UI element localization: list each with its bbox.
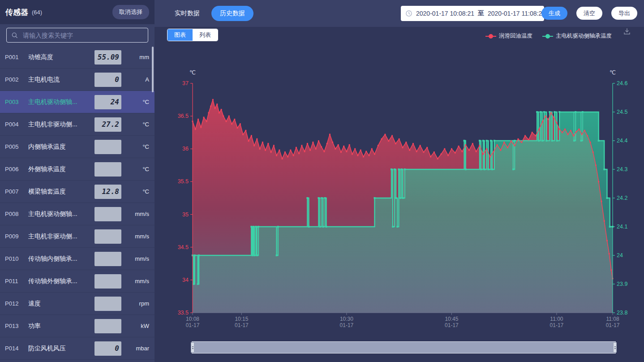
tab-realtime-data[interactable]: 实时数据 [175,6,200,21]
sensor-value-display [94,274,121,289]
sensor-value-display [94,229,121,244]
sensor-name: 外侧轴承温度 [28,165,94,173]
sensor-row[interactable]: P010传动轴内侧轴承...mm/s [0,248,155,270]
sensor-value-display [94,162,121,177]
sensor-value-display: 0 [94,73,121,87]
svg-text:24.4: 24.4 [617,138,627,144]
sensor-unit: mm/s [121,255,155,262]
sensor-unit: °C [121,188,155,195]
sensor-name: 防尘风机风压 [28,345,94,353]
sensor-row[interactable]: P012速度rpm [0,293,155,315]
sensor-value-display [94,207,121,221]
sensor-row[interactable]: P005内侧轴承温度°C [0,136,155,158]
temperature-trend-chart[interactable]: ℃℃3736.53635.53534.53433.524.624.524.424… [155,45,644,340]
cancel-selection-button[interactable]: 取消选择 [112,5,149,19]
sensor-name: 主电机驱动侧轴... [28,210,94,218]
sensor-id: P006 [5,166,28,172]
main-panel: 实时数据历史数据 2020-01-17 10:08:21 至 2020-01-1… [155,0,644,362]
sensor-row[interactable]: P002主电机电流0A [0,69,155,91]
sensor-unit: °C [121,166,155,172]
sensor-id: P013 [5,323,28,329]
search-input[interactable] [22,31,140,39]
sensor-id: P005 [5,143,28,150]
svg-text:℃: ℃ [610,69,616,76]
sensor-row[interactable]: P014防尘风机风压0mbar [0,337,155,360]
svg-text:33.5: 33.5 [178,310,189,316]
sensor-row[interactable]: P001动锥高度55.09mm [0,46,155,69]
sensor-count: (64) [32,9,112,16]
export-button[interactable]: 导出 [611,7,637,20]
sensor-name: 横梁轴套温度 [28,188,94,196]
tab-list-view[interactable]: 列表 [193,29,218,41]
sensor-id: P004 [5,121,28,128]
tab-history-data[interactable]: 历史数据 [211,6,253,21]
date-end: 2020-01-17 11:08:21 [488,10,545,17]
sensor-unit: mm/s [121,278,155,284]
sensor-id: P007 [5,188,28,195]
sensor-id: P009 [5,233,28,240]
sensor-value-display: 0 [94,341,121,356]
date-separator: 至 [478,9,484,17]
sensor-id: P011 [5,278,28,284]
legend-label: 主电机驱动侧轴承温度 [556,32,612,40]
sidebar-scrollbar[interactable] [152,47,154,92]
sensor-unit: kW [121,323,155,329]
legend-item[interactable]: 主电机驱动侧轴承温度 [542,32,612,40]
svg-text:23.8: 23.8 [617,310,627,316]
sensor-id: P001 [5,54,28,60]
clear-button[interactable]: 清空 [576,7,602,20]
legend-item[interactable]: 润滑回油温度 [485,32,532,40]
svg-text:24.1: 24.1 [617,224,627,230]
sensor-list: P001动锥高度55.09mmP002主电机电流0AP003主电机驱动侧轴...… [0,46,155,362]
svg-text:34.5: 34.5 [178,244,189,250]
sensor-unit: °C [121,143,155,150]
legend-marker [542,34,553,39]
generate-button[interactable]: 生成 [541,7,567,20]
datazoom-handle-right[interactable] [613,342,617,353]
sensor-id: P014 [5,345,28,352]
datazoom-selected-range[interactable] [192,341,616,353]
tab-chart-view[interactable]: 图表 [167,29,193,41]
svg-text:36: 36 [182,146,189,152]
chart-legend: 润滑回油温度主电机驱动侧轴承温度 [485,32,612,40]
sensor-row[interactable]: P009主电机非驱动侧...mm/s [0,225,155,248]
toolbar-buttons: 生成清空导出 [541,7,637,20]
svg-text:10:4501-17: 10:4501-17 [445,316,459,328]
clock-icon [405,10,412,17]
sensor-row[interactable]: P006外侧轴承温度°C [0,158,155,181]
datazoom-slider[interactable] [192,341,616,353]
sensor-row[interactable]: P003主电机驱动侧轴...24°C [0,91,155,113]
date-start: 2020-01-17 10:08:21 [416,10,474,17]
sensor-row[interactable]: P011传动轴外侧轴承...mm/s [0,270,155,293]
sensor-row[interactable]: P013功率kW [0,315,155,337]
legend-marker [485,34,496,39]
sensor-unit: A [121,76,155,83]
svg-text:24.5: 24.5 [617,109,627,115]
datazoom-handle-left[interactable] [191,342,194,353]
app-root: 传感器 (64) 取消选择 P001动锥高度55.09mmP002主电机电流0A… [0,0,644,362]
svg-text:24.2: 24.2 [617,195,627,201]
svg-text:35: 35 [182,211,189,218]
sensor-sidebar: 传感器 (64) 取消选择 P001动锥高度55.09mmP002主电机电流0A… [0,0,155,362]
svg-text:37: 37 [182,80,189,86]
sensor-value-display: 12.8 [94,185,121,199]
sensor-row[interactable]: P007横梁轴套温度12.8°C [0,181,155,203]
sensor-name: 主电机电流 [28,76,94,84]
sensor-unit: rpm [121,300,155,307]
sensor-row[interactable]: P008主电机驱动侧轴...mm/s [0,203,155,225]
sensor-value-display [94,297,121,311]
svg-text:24: 24 [617,252,623,259]
svg-text:11:0001-17: 11:0001-17 [550,316,564,328]
sensor-search [6,28,148,43]
sensor-unit: °C [121,99,155,105]
svg-text:24.3: 24.3 [617,166,627,172]
sensor-row[interactable]: P004主电机非驱动侧...27.2°C [0,113,155,136]
sensor-value-display [94,252,121,266]
download-icon[interactable] [623,27,631,36]
data-mode-tabs: 实时数据历史数据 [175,6,253,21]
sensor-value-display: 27.2 [94,117,121,132]
date-range-picker[interactable]: 2020-01-17 10:08:21 至 2020-01-17 11:08:2… [401,6,544,21]
sensor-name: 主电机驱动侧轴... [28,98,94,106]
sidebar-title: 传感器 [5,7,28,17]
sensor-value-display: 55.09 [94,50,121,65]
